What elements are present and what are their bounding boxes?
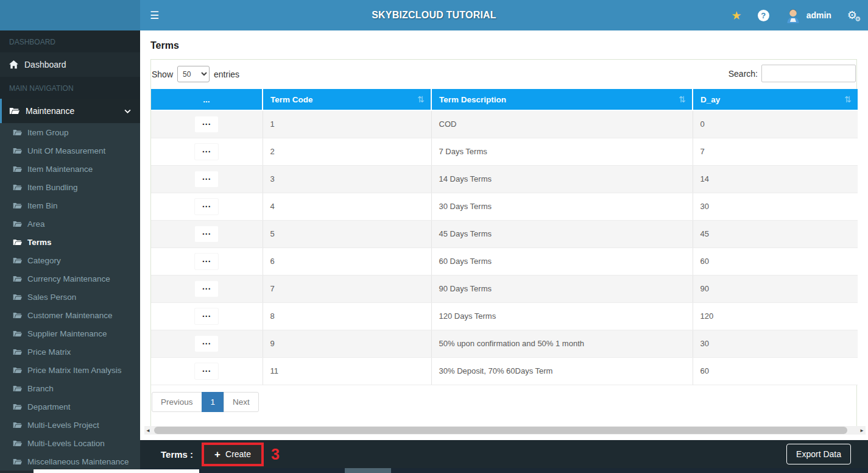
scrollbar-thumb[interactable] (154, 427, 847, 434)
column-header-term-code[interactable]: Term Code ⇅ (263, 89, 431, 110)
folder-icon (13, 311, 22, 319)
row-actions-button[interactable]: ... (194, 335, 219, 352)
sidebar-item-dashboard[interactable]: Dashboard (0, 52, 140, 77)
column-header-term-description[interactable]: Term Description ⇅ (431, 89, 693, 110)
table-row: ... 11 30% Deposit, 70% 60Days Term 60 (151, 357, 858, 385)
row-actions-button[interactable]: ... (194, 226, 219, 243)
table-row: ... 5 45 Days Terms 45 (151, 220, 858, 247)
sidebar-subitem-label: Currency Maintenance (27, 274, 110, 283)
sidebar-item-department[interactable]: Department (0, 397, 140, 416)
sidebar-subitem-label: Item Group (27, 128, 69, 137)
sort-icon[interactable]: ⇅ (844, 94, 852, 104)
table-row: ... 8 120 Days Terms 120 (151, 302, 858, 330)
sort-icon[interactable]: ⇅ (417, 94, 425, 104)
sidebar-item-terms[interactable]: Terms (0, 233, 140, 251)
favorites-star-icon[interactable]: ★ (732, 9, 742, 23)
create-button[interactable]: + Create (204, 445, 261, 464)
sidebar-item-area[interactable]: Area (0, 215, 140, 233)
row-actions-button[interactable]: ... (194, 363, 219, 380)
cell-term-description: 60 Days Terms (431, 247, 693, 275)
page-size-select[interactable]: 50 (177, 66, 210, 82)
logo-area (0, 0, 140, 30)
cell-term-description: 7 Days Terms (431, 138, 693, 165)
sidebar-submenu: Item Group Unit Of Measurement Item Main… (0, 123, 140, 471)
username-label: admin (806, 10, 831, 20)
cell-term-description: 90 Days Terms (431, 275, 693, 302)
horizontal-scrollbar[interactable]: ◄ ► (144, 426, 866, 435)
row-actions-button[interactable]: ... (194, 116, 219, 133)
next-page-button[interactable]: Next (224, 392, 259, 412)
row-actions-button[interactable]: ... (194, 280, 219, 297)
cell-term-description: 30% Deposit, 70% 60Days Term (431, 357, 693, 385)
main-content: Terms Show 50 entries Search: ... (140, 30, 868, 440)
folder-icon (13, 165, 22, 173)
folder-icon (13, 147, 22, 155)
scroll-right-arrow-icon[interactable]: ► (858, 428, 866, 433)
navbar-main: ☰ SKYBIZCLOUD TUTORIAL ★ ? admin ⚙⚙ (140, 0, 868, 30)
cell-term-code: 2 (263, 138, 431, 165)
settings-gears-icon[interactable]: ⚙⚙ (847, 10, 857, 21)
annotation-number: 3 (271, 446, 280, 463)
column-header-day[interactable]: D_ay ⇅ (693, 89, 858, 110)
row-actions-button[interactable]: ... (194, 143, 219, 160)
home-icon (9, 60, 18, 69)
sidebar-subitem-label: Branch (27, 384, 54, 393)
cell-day: 60 (693, 357, 858, 385)
search-input[interactable] (761, 65, 856, 82)
cell-term-description: 14 Days Terms (431, 165, 693, 193)
scroll-left-arrow-icon[interactable]: ◄ (144, 428, 152, 433)
sidebar-item-maintenance[interactable]: Maintenance (0, 99, 140, 123)
cell-day: 120 (693, 302, 858, 330)
sidebar-item-category[interactable]: Category (0, 251, 140, 269)
user-menu[interactable]: admin (785, 7, 831, 23)
sidebar-item-sales-person[interactable]: Sales Person (0, 288, 140, 306)
folder-icon (13, 293, 22, 301)
cell-term-code: 4 (263, 193, 431, 220)
row-actions-button[interactable]: ... (194, 308, 219, 325)
row-actions-button[interactable]: ... (194, 171, 219, 188)
sidebar-item-price-matrix-item-analysis[interactable]: Price Matrix Item Analysis (0, 361, 140, 379)
sidebar-item-branch[interactable]: Branch (0, 379, 140, 397)
sidebar-item-item-bundling[interactable]: Item Bundling (0, 178, 140, 196)
sidebar-item-item-maintenance[interactable]: Item Maintenance (0, 160, 140, 178)
cell-day: 30 (693, 330, 858, 357)
folder-icon (13, 238, 22, 246)
column-header-actions[interactable]: ... (151, 89, 263, 110)
help-icon[interactable]: ? (758, 10, 769, 21)
sidebar-item-miscellaneous-maintenance[interactable]: Miscellaneous Maintenance (0, 452, 140, 471)
table-body: ... 1 COD 0 ... 2 7 Days Terms 7 ... 3 1… (151, 110, 858, 385)
folder-icon (13, 275, 22, 283)
sidebar-item-supplier-maintenance[interactable]: Supplier Maintenance (0, 324, 140, 343)
sidebar-subitem-label: Price Matrix (27, 347, 71, 357)
sidebar-subitem-label: Category (27, 256, 61, 265)
sidebar-item-item-bin[interactable]: Item Bin (0, 196, 140, 215)
sidebar-subitem-label: Multi-Levels Location (27, 439, 105, 448)
table-row: ... 2 7 Days Terms 7 (151, 138, 858, 165)
table-row: ... 3 14 Days Terms 14 (151, 165, 858, 193)
previous-page-button[interactable]: Previous (152, 392, 202, 412)
sidebar-item-currency-maintenance[interactable]: Currency Maintenance (0, 269, 140, 288)
sort-icon[interactable]: ⇅ (679, 94, 686, 104)
row-actions-button[interactable]: ... (194, 253, 219, 270)
sidebar-subitem-label: Item Bin (27, 201, 58, 210)
folder-icon (13, 458, 22, 466)
sidebar-item-price-matrix[interactable]: Price Matrix (0, 343, 140, 361)
sidebar-item-customer-maintenance[interactable]: Customer Maintenance (0, 306, 140, 324)
cell-term-code: 11 (263, 357, 431, 385)
cell-term-description: 30 Days Terms (431, 193, 693, 220)
show-label: Show (152, 69, 173, 79)
bottom-strip-white-segment (34, 469, 199, 473)
page-1-button[interactable]: 1 (202, 392, 225, 412)
export-data-button[interactable]: Export Data (786, 444, 851, 464)
folder-icon (13, 366, 22, 374)
sidebar-item-unit-of-measurement[interactable]: Unit Of Measurement (0, 141, 140, 160)
folder-icon (13, 439, 22, 447)
sidebar-item-multi-levels-project[interactable]: Multi-Levels Project (0, 416, 140, 434)
sidebar-item-item-group[interactable]: Item Group (0, 123, 140, 141)
sidebar-item-multi-levels-location[interactable]: Multi-Levels Location (0, 434, 140, 452)
sidebar-subitem-label: Item Maintenance (27, 165, 93, 174)
hamburger-menu-icon[interactable]: ☰ (140, 0, 169, 30)
bottom-strip-thumb[interactable] (345, 468, 391, 473)
sidebar-item-label: Dashboard (24, 60, 66, 69)
row-actions-button[interactable]: ... (194, 198, 219, 215)
